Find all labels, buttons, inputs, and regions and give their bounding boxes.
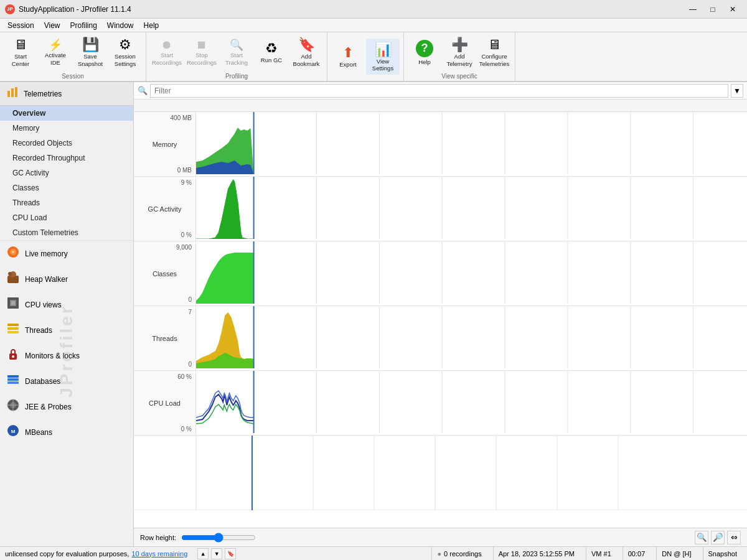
save-snapshot-label: SaveSnapshot bbox=[78, 53, 103, 67]
row-height-label: Row height: bbox=[140, 534, 176, 541]
empty-space-data bbox=[134, 436, 747, 512]
statusbar-nav-buttons: ▲ ▼ 🔖 bbox=[197, 548, 236, 559]
empty-space-svg bbox=[134, 436, 747, 510]
titlebar-controls: — □ ✕ bbox=[684, 0, 742, 19]
titlebar-left: JP StudyApplication - JProfiler 11.1.4 bbox=[5, 4, 131, 14]
menu-window[interactable]: Window bbox=[102, 20, 139, 31]
svg-marker-54 bbox=[196, 253, 254, 304]
expand-button[interactable]: ⇔ bbox=[727, 531, 741, 544]
sidebar-section-cpu-views[interactable]: CPU views bbox=[0, 292, 133, 317]
start-recordings-button[interactable]: ⏺ StartRecordings bbox=[150, 34, 184, 70]
filter-input[interactable] bbox=[150, 84, 728, 98]
sidebar-section-jee-probes[interactable]: JEE & Probes bbox=[0, 394, 133, 419]
configure-telemetries-button[interactable]: 🖥 ConfigureTelemetries bbox=[477, 34, 511, 70]
memory-chart-svg bbox=[196, 112, 747, 174]
threads-label: Threads bbox=[138, 335, 192, 342]
menu-profiling[interactable]: Profiling bbox=[65, 20, 102, 31]
view-settings-button[interactable]: 📊 ViewSettings bbox=[366, 39, 400, 75]
add-bookmark-button[interactable]: 🔖 AddBookmark bbox=[289, 34, 323, 70]
start-center-button[interactable]: 🖥 StartCenter bbox=[4, 34, 37, 70]
memory-chart-data bbox=[196, 112, 747, 176]
view-settings-label: ViewSettings bbox=[372, 58, 393, 72]
configure-telemetries-icon: 🖥 bbox=[487, 38, 501, 52]
zoom-search-button[interactable]: 🔍 bbox=[695, 531, 708, 544]
sidebar-item-memory[interactable]: Memory bbox=[0, 121, 133, 136]
cpu-views-label: CPU views bbox=[25, 301, 62, 309]
toolbar-group-view-specific: ? Help ➕ AddTelemetry 🖥 ConfigureTelemet… bbox=[404, 32, 515, 81]
recordings-count: 0 recordings bbox=[444, 550, 482, 558]
row-height-slider[interactable] bbox=[181, 533, 256, 543]
gc-activity-y-min: 0 % bbox=[138, 231, 192, 238]
gc-activity-y-max: 9 % bbox=[138, 179, 192, 186]
sidebar-item-gc-activity[interactable]: GC Activity bbox=[0, 166, 133, 180]
sidebar-section-telemetries: Telemetries Overview Memory Recorded Obj… bbox=[0, 82, 133, 241]
svg-rect-0 bbox=[7, 91, 10, 97]
classes-y-min: 0 bbox=[138, 296, 192, 303]
statusbar-host: DN @ [H] bbox=[656, 547, 696, 561]
gc-activity-chart-data bbox=[196, 177, 747, 241]
add-telemetry-icon: ➕ bbox=[451, 38, 468, 52]
add-telemetry-button[interactable]: ➕ AddTelemetry bbox=[443, 34, 476, 70]
cpu-load-y-max: 60 % bbox=[138, 373, 192, 380]
sidebar-section-threads[interactable]: Threads bbox=[0, 317, 133, 343]
jee-probes-label: JEE & Probes bbox=[25, 403, 72, 411]
export-icon: ⬆ bbox=[342, 46, 354, 60]
row-height-bar: Row height: 🔍 🔎 ⇔ bbox=[134, 528, 747, 546]
sidebar-item-threads-tel[interactable]: Threads bbox=[0, 195, 133, 210]
start-tracking-button[interactable]: 🔍 StartTracking bbox=[220, 34, 253, 70]
bookmark-nav-button[interactable]: 🔖 bbox=[225, 548, 236, 559]
svg-rect-2 bbox=[15, 87, 17, 97]
classes-y-max: 9,000 bbox=[138, 244, 192, 251]
sidebar-section-monitors-locks[interactable]: Monitors & locks bbox=[0, 343, 133, 368]
export-button[interactable]: ⬆ Export bbox=[331, 39, 365, 75]
cpu-load-label: CPU Load bbox=[138, 399, 192, 407]
save-snapshot-button[interactable]: 💾 SaveSnapshot bbox=[73, 34, 107, 70]
recording-indicator: ● bbox=[437, 550, 441, 558]
cpu-load-y-min: 0 % bbox=[138, 426, 192, 432]
sidebar-section-databases[interactable]: Databases bbox=[0, 368, 133, 394]
nav-up-button[interactable]: ▲ bbox=[197, 548, 209, 559]
sidebar-item-recorded-throughput[interactable]: Recorded Throughput bbox=[0, 151, 133, 166]
statusbar-time: 00:07 bbox=[622, 547, 651, 561]
svg-text:M: M bbox=[11, 429, 16, 434]
sidebar-item-cpu-load[interactable]: CPU Load bbox=[0, 210, 133, 225]
help-button[interactable]: ? Help bbox=[408, 34, 441, 70]
telemetries-header[interactable]: Telemetries bbox=[0, 82, 133, 106]
classes-chart-data bbox=[196, 241, 747, 306]
jee-probes-icon bbox=[6, 398, 20, 415]
app-title: StudyApplication - JProfiler 11.1.4 bbox=[19, 5, 131, 14]
menu-session[interactable]: Session bbox=[2, 20, 39, 31]
threads-label: Threads bbox=[25, 326, 52, 335]
start-recordings-label: StartRecordings bbox=[152, 52, 182, 66]
sidebar-section-heap-walker[interactable]: Heap Walker bbox=[0, 266, 133, 292]
sidebar-item-custom-telemetries[interactable]: Custom Telemetries bbox=[0, 225, 133, 240]
sidebar-item-classes[interactable]: Classes bbox=[0, 180, 133, 195]
svg-rect-13 bbox=[7, 327, 19, 330]
close-button[interactable]: ✕ bbox=[723, 0, 742, 19]
chart-scroll-area[interactable]: 0:10 0:20 0:30 0:40 0:50 1:00 1:10 1:20 … bbox=[134, 100, 747, 528]
menu-view[interactable]: View bbox=[39, 20, 65, 31]
session-settings-button[interactable]: ⚙ SessionSettings bbox=[108, 34, 142, 70]
add-bookmark-label: AddBookmark bbox=[293, 53, 320, 67]
maximize-button[interactable]: □ bbox=[703, 0, 722, 19]
activate-ide-button[interactable]: ⚡ ActivateIDE bbox=[39, 34, 72, 70]
zoom-out-button[interactable]: 🔎 bbox=[711, 531, 725, 544]
sidebar-item-recorded-objects[interactable]: Recorded Objects bbox=[0, 136, 133, 151]
run-gc-button[interactable]: ♻ Run GC bbox=[255, 34, 288, 70]
stop-recordings-label: StopRecordings bbox=[187, 52, 217, 66]
toolbar-row-view: ⬆ Export 📊 ViewSettings bbox=[331, 39, 400, 75]
menu-help[interactable]: Help bbox=[139, 20, 164, 31]
sidebar: Telemetries Overview Memory Recorded Obj… bbox=[0, 82, 134, 546]
toolbar-group-session: 🖥 StartCenter ⚡ ActivateIDE 💾 SaveSnapsh… bbox=[0, 32, 146, 81]
stop-recordings-button[interactable]: ⏹ StopRecordings bbox=[185, 34, 218, 70]
minimize-button[interactable]: — bbox=[684, 0, 702, 19]
statusbar-link[interactable]: 10 days remaining bbox=[131, 550, 187, 558]
sidebar-item-overview[interactable]: Overview bbox=[0, 106, 133, 121]
nav-down-button[interactable]: ▼ bbox=[211, 548, 222, 559]
sidebar-section-live-memory[interactable]: Live memory bbox=[0, 241, 133, 266]
export-label: Export bbox=[339, 61, 356, 68]
filter-dropdown[interactable]: ▼ bbox=[731, 84, 743, 98]
titlebar: JP StudyApplication - JProfiler 11.1.4 —… bbox=[0, 0, 747, 19]
sidebar-section-mbeans[interactable]: M MBeans bbox=[0, 419, 133, 445]
threads-y-max: 7 bbox=[138, 309, 192, 315]
